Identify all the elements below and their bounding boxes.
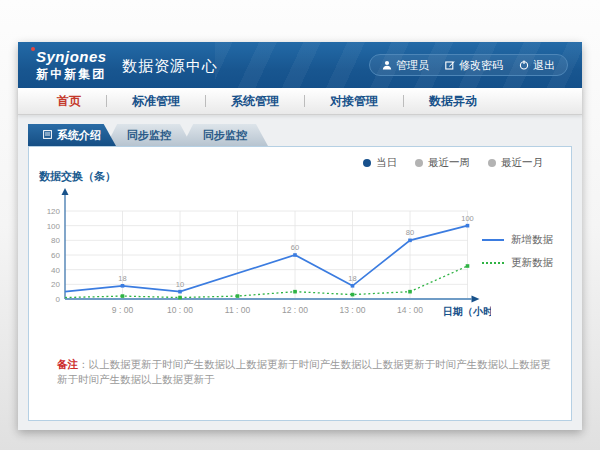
tab-sync-monitor-2[interactable]: 同步监控 — [182, 124, 268, 146]
user-toolbar: 管理员 修改密码 退出 — [369, 54, 568, 76]
svg-text:10: 10 — [176, 280, 184, 289]
svg-text:日期（小时）: 日期（小时） — [443, 306, 491, 317]
svg-text:10 : 00: 10 : 00 — [167, 305, 193, 315]
logout-button[interactable]: 退出 — [519, 58, 555, 73]
footnote-text: ：以上数据更新于时间产生数据以上数据更新于时间产生数据以上数据更新于时间产生数据… — [57, 358, 551, 385]
logo-company: 新中新集团 — [36, 66, 107, 83]
header: Synjones 新中新集团 数据资源中心 管理员 修改密码 退出 — [18, 42, 582, 88]
nav-item-interface-mgmt[interactable]: 对接管理 — [305, 93, 403, 110]
logo: Synjones 新中新集团 — [36, 48, 107, 83]
svg-text:13 : 00: 13 : 00 — [340, 305, 366, 315]
filter-last-week[interactable]: 最近一周 — [415, 156, 470, 170]
change-password-label: 修改密码 — [459, 58, 503, 73]
tab-sync-monitor-1[interactable]: 同步监控 — [106, 124, 192, 146]
form-icon — [43, 129, 52, 141]
filter-label: 最近一周 — [428, 156, 470, 170]
chart-panel: 当日 最近一周 最近一月 数据交换（条） 0204060801001209 : … — [28, 146, 572, 421]
nav-item-system-mgmt[interactable]: 系统管理 — [206, 93, 304, 110]
svg-text:100: 100 — [461, 214, 474, 223]
tab-label: 同步监控 — [127, 128, 171, 143]
svg-text:18: 18 — [118, 274, 126, 283]
legend-label: 新增数据 — [511, 233, 553, 247]
nav-item-home[interactable]: 首页 — [32, 93, 106, 110]
svg-text:60: 60 — [51, 251, 60, 260]
solid-line-swatch-icon — [482, 239, 504, 241]
footnote-prefix: 备注 — [57, 358, 78, 370]
admin-user-label: 管理员 — [396, 58, 429, 73]
dotted-line-swatch-icon — [482, 262, 504, 264]
series-legend: 新增数据 更新数据 — [482, 233, 553, 270]
tab-bar: 系统介绍 同步监控 同步监控 — [28, 124, 268, 146]
edit-icon — [445, 60, 455, 70]
content-area: 系统介绍 同步监控 同步监控 当日 最近一周 — [18, 115, 582, 430]
tab-system-intro[interactable]: 系统介绍 — [28, 124, 116, 146]
svg-text:100: 100 — [47, 222, 61, 231]
legend-item-update-data: 更新数据 — [482, 256, 553, 270]
footnote: 备注：以上数据更新于时间产生数据以上数据更新于时间产生数据以上数据更新于时间产生… — [57, 357, 551, 386]
y-axis-title: 数据交换（条） — [39, 169, 116, 184]
svg-text:80: 80 — [51, 236, 60, 245]
main-nav: 首页 标准管理 系统管理 对接管理 数据异动 — [18, 88, 582, 115]
logo-brand: Synjones — [36, 48, 107, 65]
svg-text:11 : 00: 11 : 00 — [225, 305, 251, 315]
page-title: 数据资源中心 — [122, 57, 218, 76]
filter-label: 最近一月 — [501, 156, 543, 170]
radio-icon — [415, 159, 423, 167]
power-icon — [519, 60, 529, 70]
nav-item-data-change[interactable]: 数据异动 — [404, 93, 502, 110]
svg-text:0: 0 — [56, 295, 61, 304]
tab-label: 同步监控 — [203, 128, 247, 143]
svg-text:120: 120 — [47, 207, 61, 216]
logo-accent-dot — [31, 47, 35, 51]
filter-label: 当日 — [376, 156, 397, 170]
svg-text:80: 80 — [406, 228, 414, 237]
svg-text:18: 18 — [348, 274, 356, 283]
nav-item-standard-mgmt[interactable]: 标准管理 — [107, 93, 205, 110]
svg-text:14 : 00: 14 : 00 — [397, 305, 423, 315]
svg-text:9 : 00: 9 : 00 — [112, 305, 134, 315]
page-card: Synjones 新中新集团 数据资源中心 管理员 修改密码 退出 — [18, 42, 582, 430]
user-icon — [382, 60, 392, 70]
filter-last-month[interactable]: 最近一月 — [488, 156, 543, 170]
change-password-button[interactable]: 修改密码 — [445, 58, 503, 73]
legend-item-new-data: 新增数据 — [482, 233, 553, 247]
svg-text:20: 20 — [51, 280, 60, 289]
svg-text:60: 60 — [291, 243, 299, 252]
line-chart-svg: 0204060801001209 : 0010 : 0011 : 0012 : … — [41, 183, 491, 323]
line-chart: 0204060801001209 : 0010 : 0011 : 0012 : … — [41, 183, 491, 327]
range-filters: 当日 最近一周 最近一月 — [363, 156, 543, 170]
svg-text:12 : 00: 12 : 00 — [282, 305, 308, 315]
logout-label: 退出 — [533, 58, 555, 73]
filter-today[interactable]: 当日 — [363, 156, 397, 170]
admin-user-button[interactable]: 管理员 — [382, 58, 429, 73]
radio-icon — [488, 159, 496, 167]
radio-selected-icon — [363, 159, 371, 167]
svg-text:40: 40 — [51, 266, 60, 275]
legend-label: 更新数据 — [511, 256, 553, 270]
tab-label: 系统介绍 — [57, 128, 101, 143]
